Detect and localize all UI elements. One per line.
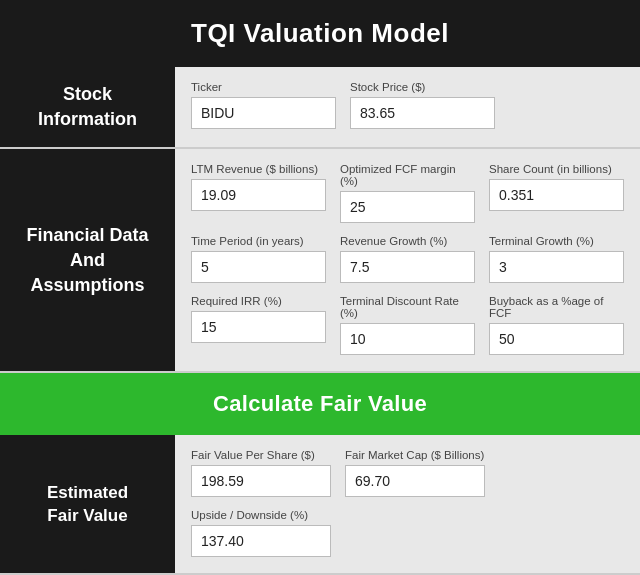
stock-price-label: Stock Price ($) [350, 81, 495, 93]
revenue-growth-label: Revenue Growth (%) [340, 235, 475, 247]
financial-section: Financial DataAndAssumptions LTM Revenue… [0, 149, 640, 373]
stock-section-label: StockInformation [0, 67, 175, 147]
fair-market-cap-input[interactable] [345, 465, 485, 497]
calculate-row: Calculate Fair Value [0, 373, 640, 435]
ticker-label: Ticker [191, 81, 336, 93]
fair-market-cap-label: Fair Market Cap ($ Billions) [345, 449, 485, 461]
financial-section-label: Financial DataAndAssumptions [0, 149, 175, 371]
fair-market-cap-group: Fair Market Cap ($ Billions) [345, 449, 485, 497]
fair-value-per-share-group: Fair Value Per Share ($) [191, 449, 331, 497]
terminal-growth-label: Terminal Growth (%) [489, 235, 624, 247]
optimized-fcf-input[interactable] [340, 191, 475, 223]
terminal-discount-group: Terminal Discount Rate (%) [340, 295, 475, 355]
share-count-label: Share Count (in billions) [489, 163, 624, 175]
upside-downside-input[interactable] [191, 525, 331, 557]
optimized-fcf-group: Optimized FCF margin (%) [340, 163, 475, 223]
time-period-group: Time Period (in years) [191, 235, 326, 283]
upside-downside-label: Upside / Downside (%) [191, 509, 331, 521]
stock-price-input[interactable] [350, 97, 495, 129]
ticker-group: Ticker [191, 81, 336, 129]
optimized-fcf-label: Optimized FCF margin (%) [340, 163, 475, 187]
app-header: TQI Valuation Model [0, 0, 640, 67]
fair-value-per-share-label: Fair Value Per Share ($) [191, 449, 331, 461]
stock-price-group: Stock Price ($) [350, 81, 495, 129]
result-section-label: EstimatedFair Value [0, 435, 175, 573]
buyback-label: Buyback as a %age of FCF [489, 295, 624, 319]
ltm-revenue-input[interactable] [191, 179, 326, 211]
ticker-input[interactable] [191, 97, 336, 129]
required-irr-group: Required IRR (%) [191, 295, 326, 355]
ltm-revenue-label: LTM Revenue ($ billions) [191, 163, 326, 175]
required-irr-input[interactable] [191, 311, 326, 343]
time-period-label: Time Period (in years) [191, 235, 326, 247]
revenue-growth-input[interactable] [340, 251, 475, 283]
share-count-group: Share Count (in billions) [489, 163, 624, 223]
financial-section-content: LTM Revenue ($ billions) Optimized FCF m… [175, 149, 640, 371]
revenue-growth-group: Revenue Growth (%) [340, 235, 475, 283]
calculate-button[interactable]: Calculate Fair Value [10, 391, 630, 417]
terminal-growth-group: Terminal Growth (%) [489, 235, 624, 283]
fair-value-per-share-input[interactable] [191, 465, 331, 497]
share-count-input[interactable] [489, 179, 624, 211]
stock-section: StockInformation Ticker Stock Price ($) [0, 67, 640, 149]
result-section: EstimatedFair Value Fair Value Per Share… [0, 435, 640, 575]
terminal-discount-input[interactable] [340, 323, 475, 355]
terminal-discount-label: Terminal Discount Rate (%) [340, 295, 475, 319]
time-period-input[interactable] [191, 251, 326, 283]
terminal-growth-input[interactable] [489, 251, 624, 283]
buyback-input[interactable] [489, 323, 624, 355]
required-irr-label: Required IRR (%) [191, 295, 326, 307]
upside-downside-group: Upside / Downside (%) [191, 509, 331, 557]
stock-section-content: Ticker Stock Price ($) [175, 67, 640, 147]
ltm-revenue-group: LTM Revenue ($ billions) [191, 163, 326, 223]
result-section-content: Fair Value Per Share ($) Fair Market Cap… [175, 435, 640, 573]
buyback-group: Buyback as a %age of FCF [489, 295, 624, 355]
